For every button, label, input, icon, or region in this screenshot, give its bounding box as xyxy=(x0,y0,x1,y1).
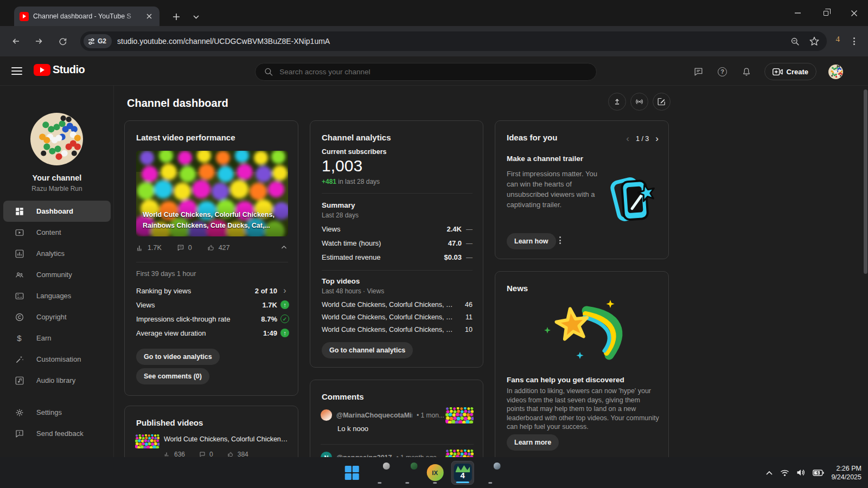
sidebar-item-earn[interactable]: $ Earn xyxy=(3,328,111,349)
latest-comments: 0 xyxy=(188,244,192,252)
url-text: studio.youtube.com/channel/UCDGCwBVM3BuZ… xyxy=(117,37,782,46)
pager-next-icon[interactable]: › xyxy=(655,134,659,143)
help-icon[interactable]: ? xyxy=(717,66,729,78)
learn-more-button[interactable]: Learn more xyxy=(507,434,559,451)
channel-label: Your channel xyxy=(0,174,114,182)
idea-heading: Make a channel trailer xyxy=(507,155,583,163)
tray-chevron-up-icon[interactable] xyxy=(765,470,773,476)
page-title: Channel dashboard xyxy=(127,97,228,110)
create-video-icon xyxy=(773,68,783,76)
feedback-icon[interactable] xyxy=(693,66,705,78)
video-title-overlay: World Cute Chickens, Colorful Chickens, … xyxy=(136,205,288,236)
account-avatar[interactable] xyxy=(828,65,843,79)
copyright-icon xyxy=(14,312,24,322)
likes-icon xyxy=(227,451,234,457)
commenter-avatar[interactable] xyxy=(321,409,332,421)
card-title: News xyxy=(507,284,528,293)
comment-author[interactable]: @MarinaChoquecotaMira... xyxy=(336,412,412,419)
taskbar-chrome-3[interactable] xyxy=(479,461,502,485)
idea-overflow-menu-icon[interactable] xyxy=(559,236,561,244)
pager-prev-icon[interactable]: ‹ xyxy=(626,134,629,143)
top-video-row[interactable]: World Cute Chickens, Colorful Chickens, … xyxy=(322,326,473,333)
sidebar-item-customisation[interactable]: Customisation xyxy=(3,349,111,370)
url-bar[interactable]: G2 studio.youtube.com/channel/UCDGCwBVM3… xyxy=(80,31,827,51)
create-post-button[interactable] xyxy=(653,93,671,111)
hamburger-menu-icon[interactable] xyxy=(10,65,24,78)
trend-up-icon: ↑ xyxy=(280,300,289,309)
see-comments-button[interactable]: See comments (0) xyxy=(136,368,209,384)
browser-tab[interactable]: Channel dashboard - YouTube S xyxy=(14,7,159,26)
metric-views-row[interactable]: Views 1.7K ↑ xyxy=(136,300,289,309)
summary-watchtime-row: Watch time (hours) 47.0 — xyxy=(322,239,473,247)
published-video-row[interactable]: World Cute Chickens, Colorful Chickens, … xyxy=(135,434,290,448)
latest-likes: 427 xyxy=(219,244,230,252)
toolbar-badge[interactable]: 4 xyxy=(836,35,840,44)
studio-search-bar[interactable] xyxy=(255,63,597,81)
wifi-icon[interactable] xyxy=(780,469,789,477)
sidebar-item-languages[interactable]: Languages xyxy=(3,285,111,306)
taskbar-chrome-2[interactable] xyxy=(396,461,419,485)
comment-video-thumbnail[interactable] xyxy=(445,450,474,457)
zoom-page-icon[interactable] xyxy=(788,34,802,48)
back-button[interactable] xyxy=(8,33,24,49)
learn-how-button[interactable]: Learn how xyxy=(507,233,556,249)
ideas-for-you-card: Ideas for you ‹ 1 / 3 › Make a channel t… xyxy=(495,120,669,259)
notifications-bell-icon[interactable] xyxy=(741,66,752,78)
earn-dollar-icon: $ xyxy=(14,333,24,343)
taskbar-ix-app[interactable]: IX xyxy=(424,461,446,485)
bookmark-star-icon[interactable] xyxy=(807,34,821,48)
new-tab-button[interactable] xyxy=(169,10,183,24)
sidebar-item-dashboard[interactable]: Dashboard xyxy=(3,201,111,222)
top-video-row[interactable]: World Cute Chickens, Colorful Chickens, … xyxy=(322,301,473,309)
metric-ranking-row[interactable]: Ranking by views 2 of 10 › xyxy=(136,286,289,295)
sidebar-item-send-feedback[interactable]: Send feedback xyxy=(3,423,111,444)
window-close-button[interactable] xyxy=(840,0,868,26)
commenter-avatar[interactable]: N xyxy=(321,452,332,457)
start-button[interactable] xyxy=(341,461,363,485)
tab-search-caret[interactable] xyxy=(189,10,203,24)
languages-icon xyxy=(14,291,24,301)
channel-avatar[interactable] xyxy=(30,113,83,165)
tab-close-icon[interactable] xyxy=(144,11,154,21)
browser-menu-icon[interactable] xyxy=(850,36,858,47)
volume-icon[interactable] xyxy=(796,468,806,477)
scrollbar-thumb[interactable] xyxy=(864,89,867,274)
go-to-channel-analytics-button[interactable]: Go to channel analytics xyxy=(322,342,413,358)
comment-item[interactable]: @MarinaChoquecotaMira... • 1 mon... Lo k… xyxy=(321,409,474,433)
latest-video-thumbnail[interactable]: World Cute Chickens, Colorful Chickens, … xyxy=(136,151,288,236)
sidebar-item-copyright[interactable]: Copyright xyxy=(3,306,111,328)
reload-button[interactable] xyxy=(54,33,71,49)
go-to-video-analytics-button[interactable]: Go to video analytics xyxy=(136,349,220,365)
forward-button[interactable] xyxy=(31,33,47,49)
sidebar-item-settings[interactable]: Settings xyxy=(3,402,111,423)
taskbar-chrome-1[interactable] xyxy=(368,461,391,485)
create-button[interactable]: Create xyxy=(764,63,816,80)
comments-icon xyxy=(177,244,184,252)
top-video-row[interactable]: World Cute Chickens, Colorful Chickens, … xyxy=(322,313,473,321)
search-input[interactable] xyxy=(279,68,588,76)
window-minimize-button[interactable] xyxy=(783,0,812,26)
studio-logo[interactable]: Studio xyxy=(34,63,85,76)
taskbar-clock[interactable]: 2:26 PM 9/24/2025 xyxy=(831,464,861,481)
divider xyxy=(322,193,473,194)
latest-views: 1.7K xyxy=(148,244,162,252)
window-restore-button[interactable] xyxy=(812,0,840,26)
metrics-period: First 39 days 1 hour xyxy=(136,270,196,278)
battery-icon[interactable] xyxy=(813,469,824,477)
go-live-button[interactable] xyxy=(630,93,648,111)
flat-trend-icon: — xyxy=(466,240,473,247)
taskbar-active-app[interactable]: 4 xyxy=(451,461,474,485)
comment-item[interactable]: N @nangseing3017 • 1 month ago xyxy=(321,452,474,457)
comment-video-thumbnail[interactable] xyxy=(445,407,474,423)
sidebar-item-content[interactable]: Content xyxy=(3,222,111,243)
summary-revenue-row: Estimated revenue $0.03 — xyxy=(322,253,473,261)
metric-duration-row[interactable]: Average view duration 1:49 ↑ xyxy=(136,329,289,337)
metric-ctr-row[interactable]: Impressions click-through rate 8.7% ✓ xyxy=(136,314,289,323)
check-circle-icon: ✓ xyxy=(280,314,289,323)
sidebar-item-community[interactable]: Community xyxy=(3,264,111,285)
collapse-chevron-icon[interactable] xyxy=(280,243,288,252)
sidebar-item-analytics[interactable]: Analytics xyxy=(3,243,111,264)
sidebar-item-audio-library[interactable]: Audio library xyxy=(3,370,111,391)
upload-videos-button[interactable] xyxy=(608,93,626,111)
site-settings-chip[interactable]: G2 xyxy=(84,34,112,48)
